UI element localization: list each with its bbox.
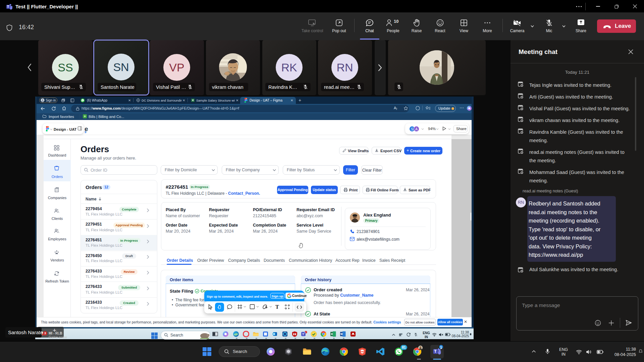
svg-text:10: 10 (394, 19, 398, 24)
svg-text:T: T (302, 333, 304, 336)
